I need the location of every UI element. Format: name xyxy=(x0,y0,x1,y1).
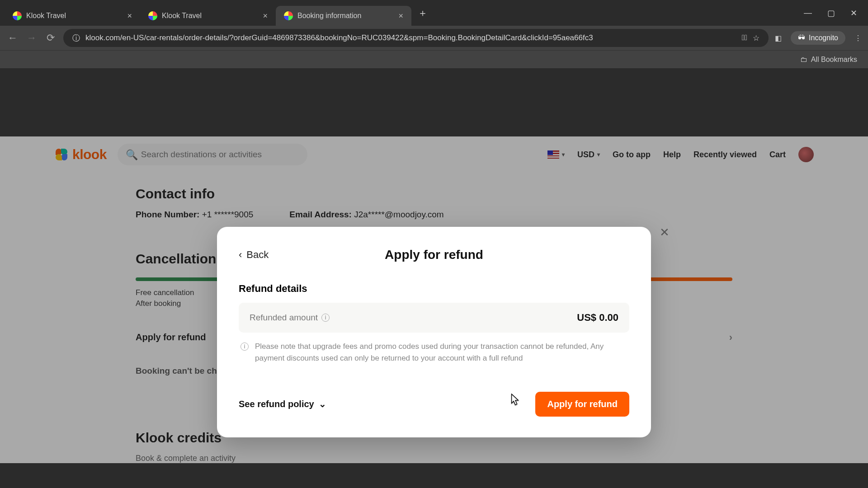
info-icon: i xyxy=(241,343,249,351)
refund-modal: ✕ ‹ Back Apply for refund Refund details… xyxy=(217,227,651,437)
policy-link-label: See refund policy xyxy=(239,399,314,409)
close-icon[interactable]: × xyxy=(398,11,403,21)
close-icon[interactable]: × xyxy=(263,11,268,21)
minimize-icon[interactable]: — xyxy=(804,8,812,18)
refund-amount-value: US$ 0.00 xyxy=(577,312,618,324)
back-icon[interactable]: ← xyxy=(6,32,19,44)
tab-title: Klook Travel xyxy=(162,12,202,20)
favicon-icon xyxy=(284,11,293,20)
chevron-left-icon: ‹ xyxy=(239,249,242,261)
favicon-icon xyxy=(13,11,22,20)
browser-tab[interactable]: Klook Travel × xyxy=(140,6,276,26)
new-tab-button[interactable]: ＋ xyxy=(411,6,434,20)
page-viewport: klook 🔍 ▾ USD ▾ Go to app Help Recently … xyxy=(0,136,868,463)
back-label: Back xyxy=(246,249,269,261)
bookmark-star-icon[interactable]: ☆ xyxy=(753,33,760,43)
folder-icon: 🗀 xyxy=(800,56,807,64)
tab-title: Booking information xyxy=(297,12,361,20)
refund-note-text: Please note that upgrade fees and promo … xyxy=(255,341,627,365)
incognito-badge[interactable]: 🕶 Incognito xyxy=(791,31,845,45)
all-bookmarks-link[interactable]: All Bookmarks xyxy=(811,56,857,64)
window-controls: — ▢ ✕ xyxy=(804,8,863,18)
modal-title: Apply for refund xyxy=(385,248,483,262)
refund-amount-label: Refunded amount xyxy=(250,313,318,323)
tab-title: Klook Travel xyxy=(26,12,66,20)
favicon-icon xyxy=(148,11,157,20)
refund-amount-box: Refunded amount i US$ 0.00 xyxy=(239,303,629,333)
side-panel-icon[interactable]: ◧ xyxy=(775,34,782,42)
maximize-icon[interactable]: ▢ xyxy=(827,8,835,18)
address-bar[interactable]: ⓘ klook.com/en-US/car-rentals/order-deta… xyxy=(63,29,769,47)
browser-tab-active[interactable]: Booking information × xyxy=(276,6,411,26)
hide-tracking-icon[interactable]: 👁̸ xyxy=(742,33,747,42)
bookmarks-bar: 🗀 All Bookmarks xyxy=(0,50,868,68)
close-icon[interactable]: × xyxy=(127,11,132,21)
chevron-down-icon: ⌄ xyxy=(319,399,326,409)
info-icon[interactable]: i xyxy=(321,314,330,322)
browser-toolbar: ← → ⟳ ⓘ klook.com/en-US/car-rentals/orde… xyxy=(0,26,868,50)
refund-note: i Please note that upgrade fees and prom… xyxy=(239,341,629,365)
modal-close-button[interactable]: ✕ xyxy=(655,222,675,242)
see-refund-policy-link[interactable]: See refund policy ⌄ xyxy=(239,399,326,409)
reload-icon[interactable]: ⟳ xyxy=(44,32,57,44)
url-text: klook.com/en-US/car-rentals/order-detail… xyxy=(85,33,736,42)
site-info-icon[interactable]: ⓘ xyxy=(72,33,80,43)
modal-back-button[interactable]: ‹ Back xyxy=(239,249,269,261)
browser-tab[interactable]: Klook Travel × xyxy=(5,6,140,26)
browser-menu-icon[interactable]: ⋮ xyxy=(854,34,862,42)
forward-icon[interactable]: → xyxy=(25,32,38,44)
browser-tab-strip: Klook Travel × Klook Travel × Booking in… xyxy=(0,0,868,26)
refund-details-heading: Refund details xyxy=(239,283,629,295)
incognito-label: Incognito xyxy=(809,34,838,42)
incognito-icon: 🕶 xyxy=(798,34,805,42)
close-window-icon[interactable]: ✕ xyxy=(850,8,857,18)
apply-for-refund-button[interactable]: Apply for refund xyxy=(535,392,629,417)
